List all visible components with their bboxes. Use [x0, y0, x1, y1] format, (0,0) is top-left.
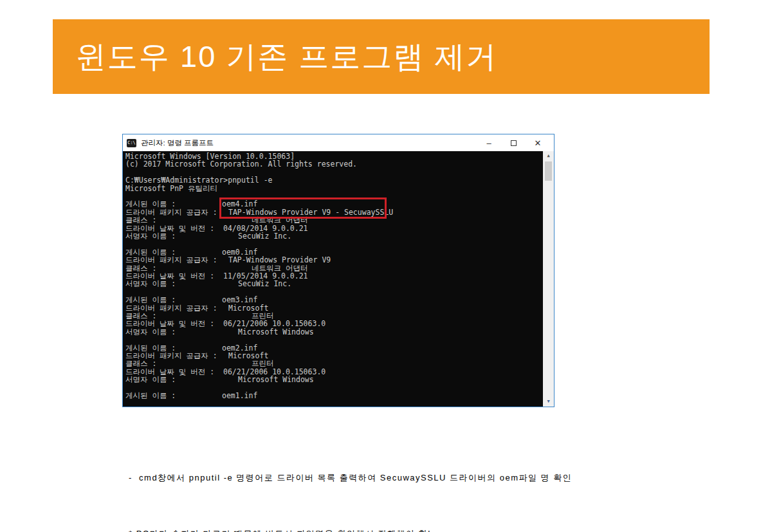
window-title: 관리자: 명령 프롬프트	[141, 138, 477, 148]
scroll-up-icon[interactable]: ▲	[543, 151, 554, 161]
field-value: Microsoft Windows	[222, 376, 314, 383]
cmd-icon: C:\	[127, 139, 136, 147]
field-label: 드라이버 날짜 및 버전 :	[125, 320, 222, 327]
field-label: 서명자 이름 :	[125, 232, 222, 240]
field-value: Microsoft Windows	[222, 328, 314, 336]
window-controls: – ✕	[477, 135, 550, 151]
driver-entry-oem4: 게시된 이름 :oem4.inf 드라이버 패키지 공급자 :TAP-Windo…	[125, 200, 541, 240]
field-value: TAP-Windows Provider V9 - SecuwaySSLU	[222, 208, 393, 216]
terminal-line-copyright: (c) 2017 Microsoft Corporation. All righ…	[125, 160, 541, 168]
field-value: 네트워크 어댑터	[222, 216, 307, 224]
field-value: oem3.inf	[222, 296, 257, 304]
field-value: TAP-Windows Provider V9	[222, 256, 331, 264]
field-value: SecuWiz Inc.	[222, 232, 291, 240]
maximize-button[interactable]	[501, 135, 526, 151]
driver-entry-oem1-partial: 게시된 이름 :oem1.inf	[125, 392, 541, 399]
note-line-2: * PC마다 숫자가 다르기 때문에 반드시 파일명을 확인해서 진행해야 함!	[129, 524, 592, 532]
slide-title-banner: 윈도우 10 기존 프로그램 제거	[53, 19, 710, 94]
field-label: 클래스 :	[125, 216, 222, 224]
field-label: 게시된 이름 :	[125, 392, 222, 399]
field-value: 06/21/2006 10.0.15063.0	[222, 320, 325, 327]
window-titlebar: C:\ 관리자: 명령 프롬프트 – ✕	[123, 134, 554, 151]
field-label: 게시된 이름 :	[125, 296, 222, 304]
field-label: 서명자 이름 :	[125, 280, 222, 288]
scrollbar-thumb[interactable]	[545, 161, 552, 181]
close-button[interactable]: ✕	[526, 135, 550, 151]
slide-title: 윈도우 10 기존 프로그램 제거	[53, 37, 498, 77]
field-label: 서명자 이름 :	[125, 376, 222, 383]
note-line-1: - cmd창에서 pnputil -e 명령어로 드라이버 목록 출력하여 Se…	[129, 468, 592, 487]
field-label: 서명자 이름 :	[125, 328, 222, 336]
field-label: 게시된 이름 :	[125, 200, 222, 208]
minimize-button[interactable]: –	[477, 135, 501, 151]
terminal-scrollbar[interactable]: ▲ ▼	[543, 151, 554, 407]
terminal-output: Microsoft Windows [Version 10.0.15063] (…	[123, 151, 554, 407]
field-value: oem1.inf	[222, 392, 257, 399]
driver-entry-oem2: 게시된 이름 :oem2.inf 드라이버 패키지 공급자 :Microsoft…	[125, 344, 541, 384]
terminal-utility-line: Microsoft PnP 유틸리티	[125, 185, 541, 192]
command-prompt-window: C:\ 관리자: 명령 프롬프트 – ✕ Microsoft Windows […	[122, 134, 555, 407]
maximize-icon	[511, 140, 517, 146]
scroll-down-icon[interactable]: ▼	[543, 397, 554, 407]
field-label: 드라이버 패키지 공급자 :	[125, 256, 222, 264]
driver-entry-oem3: 게시된 이름 :oem3.inf 드라이버 패키지 공급자 :Microsoft…	[125, 296, 541, 336]
slide-notes: - cmd창에서 pnputil -e 명령어로 드라이버 목록 출력하여 Se…	[129, 431, 592, 532]
field-value: SecuWiz Inc.	[222, 280, 291, 288]
terminal-prompt-line: C:₩Users₩Administrator>pnputil -e	[125, 176, 541, 184]
driver-entry-oem0: 게시된 이름 :oem0.inf 드라이버 패키지 공급자 :TAP-Windo…	[125, 248, 541, 288]
field-value: oem4.inf	[222, 200, 257, 208]
